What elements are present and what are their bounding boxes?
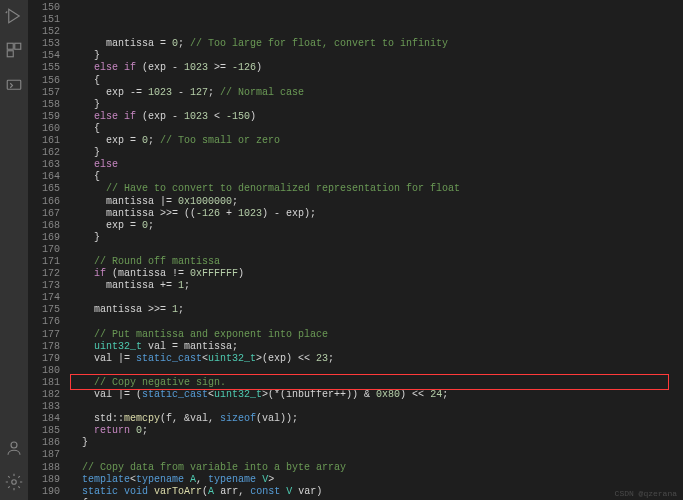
line-number-gutter: 1501511521531541551561571581591601611621… [28, 0, 70, 500]
run-debug-icon[interactable] [4, 6, 24, 26]
remote-icon[interactable] [4, 74, 24, 94]
svg-point-5 [12, 480, 17, 485]
code-area[interactable]: mantissa = 0; // Too large for float, co… [70, 0, 683, 500]
watermark: CSDN @qzerana [615, 489, 677, 498]
svg-rect-1 [15, 43, 21, 49]
svg-rect-3 [7, 80, 21, 89]
account-icon[interactable] [4, 438, 24, 458]
code-editor[interactable]: 1501511521531541551561571581591601611621… [28, 0, 683, 500]
gear-icon[interactable] [4, 472, 24, 492]
svg-rect-2 [7, 51, 13, 57]
svg-point-4 [11, 442, 17, 448]
extensions-icon[interactable] [4, 40, 24, 60]
svg-rect-0 [7, 43, 13, 49]
activity-bar [0, 0, 28, 500]
